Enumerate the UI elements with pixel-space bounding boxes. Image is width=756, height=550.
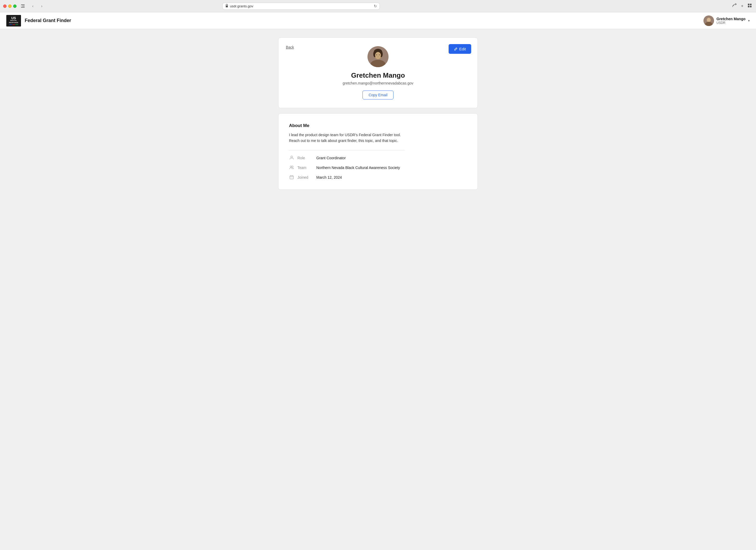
profile-card: Back Edit — [278, 38, 478, 108]
profile-email: gretchen.mango@northernnevadabcas.gov — [343, 81, 413, 85]
app-title: Federal Grant Finder — [25, 18, 71, 23]
joined-field: Joined March 12, 2024 — [289, 175, 467, 180]
nav-back-button[interactable]: ‹ — [29, 2, 36, 10]
svg-rect-2 — [21, 6, 22, 6]
role-icon — [289, 156, 294, 161]
joined-label: Joined — [297, 175, 313, 180]
edit-button[interactable]: Edit — [449, 44, 471, 54]
browser-nav-controls: ‹ › — [29, 2, 45, 10]
maximize-window-button[interactable] — [13, 4, 17, 8]
team-icon — [289, 165, 294, 170]
svg-point-25 — [292, 166, 293, 168]
about-card: About Me I lead the product design team … — [278, 113, 478, 190]
svg-point-24 — [290, 166, 292, 168]
svg-rect-6 — [750, 4, 752, 5]
refresh-icon[interactable]: ↻ — [374, 4, 377, 8]
nav-forward-button[interactable]: › — [38, 2, 45, 10]
minimize-window-button[interactable] — [8, 4, 12, 8]
svg-rect-0 — [21, 4, 25, 5]
svg-rect-5 — [748, 4, 749, 5]
traffic-lights — [3, 4, 17, 8]
header-user-name: Gretchen Mango — [717, 17, 745, 21]
svg-rect-4 — [226, 6, 228, 7]
avatar-image — [703, 15, 714, 26]
role-value: Grant Coordinator — [316, 156, 346, 160]
app-header: US DIGITALRESPONSE Federal Grant Finder — [0, 12, 756, 29]
header-left: US DIGITALRESPONSE Federal Grant Finder — [6, 15, 71, 27]
about-title: About Me — [289, 123, 467, 128]
svg-rect-1 — [22, 6, 25, 6]
close-window-button[interactable] — [3, 4, 7, 8]
url-text: usdr.grants.gov — [230, 4, 372, 8]
header-user-org: USDR — [717, 21, 745, 25]
usdr-logo: US DIGITALRESPONSE — [6, 15, 21, 27]
share-button[interactable] — [731, 2, 738, 10]
copy-email-button[interactable]: Copy Email — [363, 91, 393, 100]
profile-avatar — [367, 46, 389, 67]
joined-value: March 12, 2024 — [316, 175, 342, 180]
back-link[interactable]: Back — [286, 45, 294, 49]
browser-action-buttons: + — [731, 2, 753, 10]
security-lock-icon — [225, 4, 228, 8]
grid-button[interactable] — [747, 2, 753, 10]
header-user-avatar — [703, 15, 714, 26]
svg-point-20 — [376, 55, 377, 55]
svg-rect-3 — [21, 7, 25, 8]
new-tab-button[interactable]: + — [740, 3, 744, 9]
calendar-icon — [289, 175, 294, 180]
svg-point-19 — [375, 52, 381, 59]
team-field: Team Northern Nevada Black Cultural Awar… — [289, 165, 467, 170]
svg-rect-7 — [748, 6, 749, 7]
team-value: Northern Nevada Black Cultural Awareness… — [316, 166, 400, 170]
header-right: Gretchen Mango USDR ▾ — [703, 15, 750, 26]
svg-point-21 — [379, 55, 380, 55]
role-label: Role — [297, 156, 313, 160]
role-field: Role Grant Coordinator — [289, 156, 467, 161]
browser-chrome: ‹ › usdr.grants.gov ↻ + — [0, 0, 756, 12]
page-content: Back Edit — [0, 29, 756, 550]
profile-avatar-image — [367, 46, 389, 67]
sidebar-toggle-button[interactable] — [19, 2, 27, 10]
svg-point-12 — [707, 18, 710, 22]
user-menu-chevron-icon[interactable]: ▾ — [748, 19, 750, 23]
svg-rect-26 — [290, 176, 293, 179]
svg-rect-8 — [750, 6, 752, 7]
profile-name: Gretchen Mango — [351, 71, 405, 80]
address-bar[interactable]: usdr.grants.gov ↻ — [222, 3, 380, 10]
about-bio: I lead the product design team for USDR'… — [289, 132, 405, 144]
edit-button-label: Edit — [459, 47, 466, 51]
team-label: Team — [297, 166, 313, 170]
header-user-info: Gretchen Mango USDR — [717, 17, 745, 25]
svg-point-23 — [291, 156, 293, 158]
about-fields: Role Grant Coordinator Team Northern Nev… — [289, 156, 467, 180]
